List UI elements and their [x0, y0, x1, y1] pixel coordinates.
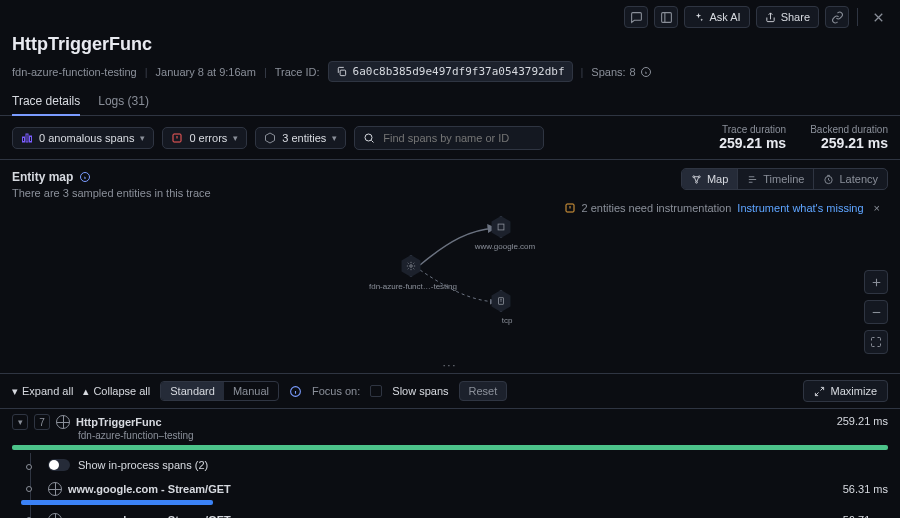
maximize-label: Maximize: [831, 385, 877, 397]
entity-node-google[interactable]: [490, 216, 512, 238]
filter-anomalous-label: 0 anomalous spans: [39, 132, 134, 144]
view-map[interactable]: Map: [682, 169, 738, 189]
slow-spans-label: Slow spans: [392, 385, 448, 397]
maximize-icon: [814, 386, 825, 397]
span-root-time: 259.21 ms: [837, 415, 888, 427]
filter-anomalous-spans[interactable]: 0 anomalous spans ▾: [12, 127, 154, 149]
separator: |: [145, 66, 148, 78]
filter-entities[interactable]: 3 entities ▾: [255, 127, 346, 149]
anomaly-icon: [21, 132, 33, 144]
divider: [857, 8, 858, 26]
panel-toggle-icon-button[interactable]: [654, 6, 678, 28]
filter-errors-label: 0 errors: [189, 132, 227, 144]
instrumentation-warning-text: 2 entities need instrumentation: [582, 202, 732, 214]
chevron-down-icon: ▾: [332, 133, 337, 143]
view-timeline[interactable]: Timeline: [738, 169, 814, 189]
comment-icon-button[interactable]: [624, 6, 648, 28]
svg-point-10: [693, 175, 695, 177]
tab-trace-details[interactable]: Trace details: [12, 88, 80, 115]
span-root-service: fdn-azure-function–testing: [78, 430, 888, 441]
chevron-down-icon: ▾: [140, 133, 145, 143]
svg-rect-3: [23, 137, 25, 142]
instrument-link[interactable]: Instrument what's missing: [737, 202, 863, 214]
close-button[interactable]: [866, 6, 890, 28]
entity-node-google-label: www.google.com: [470, 242, 540, 251]
page-title: HttpTriggerFunc: [12, 34, 888, 55]
svg-point-8: [365, 134, 372, 141]
share-button[interactable]: Share: [756, 6, 819, 28]
copy-icon: [336, 66, 347, 77]
layout-standard[interactable]: Standard: [161, 382, 224, 400]
separator: |: [581, 66, 584, 78]
slow-spans-checkbox[interactable]: [370, 385, 382, 397]
span-root-bar: [12, 445, 888, 450]
span-row-child-1[interactable]: www.google.com - Stream/GET 56.31 ms: [0, 477, 900, 508]
separator: |: [264, 66, 267, 78]
info-icon[interactable]: [289, 385, 302, 398]
view-timeline-label: Timeline: [763, 173, 804, 185]
zoom-fit-button[interactable]: [864, 330, 888, 354]
trace-id-chip[interactable]: 6a0c8b385d9e497df9f37a0543792dbf: [328, 61, 573, 82]
view-latency[interactable]: Latency: [814, 169, 887, 189]
layout-manual[interactable]: Manual: [224, 382, 278, 400]
spans-count: 8: [630, 66, 636, 78]
globe-icon: [48, 513, 62, 518]
dismiss-warning[interactable]: ×: [870, 202, 884, 214]
entity-map-title: Entity map: [12, 170, 73, 184]
collapse-all[interactable]: ▴ Collapse all: [83, 385, 150, 398]
trace-duration-label: Trace duration: [719, 124, 786, 135]
entity-node-tcp-label: tcp: [492, 316, 522, 325]
span-child1-time: 56.31 ms: [843, 483, 888, 495]
entity-graph[interactable]: fdn-azure-funct…-testing www.google.com …: [350, 210, 570, 340]
svg-rect-16: [498, 224, 504, 230]
error-icon: [171, 132, 183, 144]
chevron-down-icon: ▾: [233, 133, 238, 143]
view-map-label: Map: [707, 173, 728, 185]
span-child1-name: www.google.com - Stream/GET: [68, 483, 231, 495]
timestamp: January 8 at 9:16am: [156, 66, 256, 78]
tab-logs[interactable]: Logs (31): [98, 88, 149, 115]
zoom-out-button[interactable]: [864, 300, 888, 324]
ask-ai-label: Ask AI: [709, 11, 740, 23]
span-child1-bar: [21, 500, 214, 505]
expand-all[interactable]: ▾ Expand all: [12, 385, 73, 398]
span-child2-name: www.google.com - Stream/GET: [68, 514, 231, 518]
reset-focus[interactable]: Reset: [459, 381, 508, 401]
entity-node-root[interactable]: [400, 255, 422, 277]
in-process-switch[interactable]: [48, 459, 70, 471]
search-input-wrapper[interactable]: [354, 126, 544, 150]
zoom-in-button[interactable]: [864, 270, 888, 294]
trace-duration-value: 259.21 ms: [719, 135, 786, 151]
view-latency-label: Latency: [839, 173, 878, 185]
svg-rect-1: [340, 70, 346, 76]
instrumentation-warning: 2 entities need instrumentation Instrume…: [564, 202, 884, 214]
svg-rect-0: [662, 12, 672, 22]
trace-duration-block: Trace duration 259.21 ms: [719, 124, 786, 151]
sparkle-icon: [693, 12, 704, 23]
map-icon: [691, 174, 702, 185]
span-row-root[interactable]: ▾ 7 HttpTriggerFunc 259.21 ms fdn-azure-…: [0, 409, 900, 453]
search-input[interactable]: [381, 131, 535, 145]
info-icon[interactable]: [640, 66, 652, 78]
span-root-name: HttpTriggerFunc: [76, 416, 162, 428]
search-icon: [363, 132, 375, 144]
link-icon-button[interactable]: [825, 6, 849, 28]
svg-rect-4: [26, 134, 28, 142]
share-label: Share: [781, 11, 810, 23]
info-icon[interactable]: [79, 171, 91, 183]
filter-errors[interactable]: 0 errors ▾: [162, 127, 247, 149]
entity-node-tcp[interactable]: [490, 290, 512, 312]
focus-on-label: Focus on:: [312, 385, 360, 397]
service-name[interactable]: fdn-azure-function-testing: [12, 66, 137, 78]
span-collapse-toggle[interactable]: ▾: [12, 414, 28, 430]
share-icon: [765, 12, 776, 23]
maximize-button[interactable]: Maximize: [803, 380, 888, 402]
ask-ai-button[interactable]: Ask AI: [684, 6, 749, 28]
collapse-all-label: Collapse all: [93, 385, 150, 397]
backend-duration-label: Backend duration: [810, 124, 888, 135]
span-row-child-2[interactable]: www.google.com - Stream/GET 56.71 ms: [0, 508, 900, 518]
backend-duration-block: Backend duration 259.21 ms: [810, 124, 888, 151]
panel-resize-handle[interactable]: ···: [0, 360, 900, 373]
expand-all-label: Expand all: [22, 385, 73, 397]
span-child-count: 7: [34, 414, 50, 430]
